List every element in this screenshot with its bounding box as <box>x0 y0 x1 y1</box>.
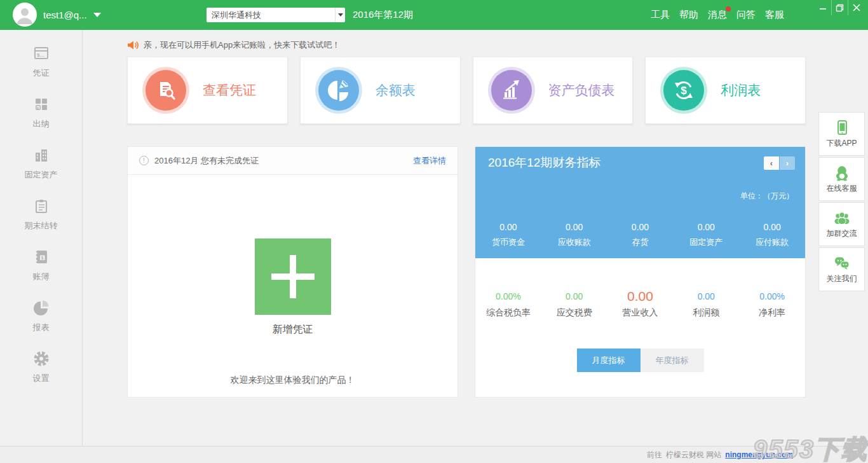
unit-label: 单位：（万元） <box>740 191 794 202</box>
stat-operating-revenue: 0.00 营业收入 <box>607 291 674 319</box>
income-statement-icon: $ <box>663 70 704 111</box>
sidebar-item-voucher[interactable]: $… 凭证 <box>33 45 50 79</box>
sidebar-item-label: 账簿 <box>33 271 50 282</box>
join-group-button[interactable]: 加群交流 <box>818 202 865 246</box>
finance-title: 2016年12期财务指标 <box>488 155 600 171</box>
app-notice: 亲，现在可以用手机App来记账啦，快来下载试试吧！ <box>127 39 806 51</box>
avatar[interactable] <box>13 3 37 27</box>
speaker-icon <box>127 40 139 50</box>
select-arrow-zone[interactable] <box>335 8 345 22</box>
restore-button[interactable] <box>831 0 848 15</box>
menu-help[interactable]: 帮助 <box>679 9 698 21</box>
blue-stats-row: 0.00 货币资金 0.00 应收账款 0.00 存货 0.00 <box>475 222 805 248</box>
restore-icon <box>836 4 844 12</box>
minimize-icon <box>819 4 827 11</box>
sidebar-item-label: 固定资产 <box>25 169 58 181</box>
finance-panel-header: 2016年12期财务指标 ‹ › 单位：（万元） 0.00 货币资金 0.00 <box>475 147 805 258</box>
online-service-button[interactable]: 在线客服 <box>818 157 865 201</box>
view-details-link[interactable]: 查看详情 <box>413 155 446 167</box>
voucher-panel: ! 2016年12月 您有未完成凭证 查看详情 新增凭证 欢迎来到这里体验我们的… <box>127 146 458 397</box>
menu-qa[interactable]: 问答 <box>736 9 756 21</box>
settings-icon <box>33 350 50 367</box>
tab-annual-indicators[interactable]: 年度指标 <box>641 349 704 372</box>
stat-fixed-assets: 0.00 固定资产 <box>673 222 739 248</box>
tool-label: 加群交流 <box>827 228 857 239</box>
welcome-text: 欢迎来到这里体验我们的产品！ <box>128 375 458 386</box>
sidebar-item-reports[interactable]: 报表 <box>33 300 50 333</box>
footer: 前往 柠檬云财税 网站 ningmengyun.com <box>0 446 868 463</box>
user-icon <box>13 3 37 27</box>
sidebar-item-period-closing[interactable]: 期末结转 <box>25 198 58 232</box>
card-income-statement[interactable]: $ 利润表 <box>645 57 806 124</box>
tool-label: 关注我们 <box>827 273 857 284</box>
menu-messages-label: 消息 <box>708 9 727 20</box>
ledger-icon: $ <box>33 249 50 265</box>
white-stats-row: 0.00% 综合税负率 0.00 应交税费 0.00 营业收入 0.00 利润额 <box>475 291 805 319</box>
chevron-down-icon <box>93 13 101 17</box>
account-dropdown[interactable]: test1@q... <box>43 0 101 30</box>
stat-accounts-payable: 0.00 应付账款 <box>739 222 805 248</box>
stat-net-profit-rate: 0.00% 净利率 <box>739 291 805 319</box>
voucher-icon: $… <box>33 45 50 62</box>
sidebar-item-settings[interactable]: 设置 <box>33 350 50 384</box>
tab-monthly-indicators[interactable]: 月度指标 <box>577 349 641 372</box>
sidebar-item-label: 设置 <box>33 373 50 384</box>
tool-label: 在线客服 <box>827 183 857 194</box>
prev-period-button[interactable]: ‹ <box>764 156 779 170</box>
group-icon <box>834 210 850 226</box>
svg-text:$…: $… <box>37 52 44 58</box>
period-label: 2016年第12期 <box>353 0 413 30</box>
cashier-icon: ¥ <box>33 96 50 113</box>
stat-monetary-funds: 0.00 货币资金 <box>475 222 541 248</box>
sidebar-item-fixed-assets[interactable]: 固定资产 <box>25 147 58 181</box>
stat-profit: 0.00 利润额 <box>673 291 739 319</box>
add-voucher-label: 新增凭证 <box>128 323 458 336</box>
menu-messages[interactable]: 消息 <box>708 9 727 21</box>
next-period-button[interactable]: › <box>780 156 795 170</box>
stat-accounts-receivable: 0.00 应收账款 <box>541 222 607 248</box>
card-balance-table[interactable]: 余额表 <box>300 57 461 124</box>
qq-icon <box>834 165 850 181</box>
sidebar-item-label: 出纳 <box>33 118 50 130</box>
wechat-icon <box>834 255 850 272</box>
close-button[interactable] <box>848 0 864 15</box>
stat-inventory: 0.00 存货 <box>607 222 674 248</box>
voucher-panel-header: ! 2016年12月 您有未完成凭证 查看详情 <box>128 147 458 175</box>
notice-text: 亲，现在可以用手机App来记账啦，快来下载试试吧！ <box>144 39 340 51</box>
reports-icon <box>33 300 50 316</box>
card-view-voucher[interactable]: 查看凭证 <box>127 57 288 124</box>
svg-text:$: $ <box>681 85 688 97</box>
balance-table-icon <box>318 70 359 111</box>
follow-us-button[interactable]: 关注我们 <box>818 247 865 291</box>
company-select-value: 深圳华通科技 <box>212 10 261 21</box>
sidebar-item-cashier[interactable]: ¥ 出纳 <box>33 96 50 130</box>
dashboard-panels: ! 2016年12月 您有未完成凭证 查看详情 新增凭证 欢迎来到这里体验我们的… <box>127 146 806 397</box>
footer-site-link[interactable]: ningmengyun.com <box>725 450 793 459</box>
account-name: test1@q... <box>43 10 87 20</box>
sidebar-item-ledger[interactable]: $ 账簿 <box>33 249 50 282</box>
chevron-down-icon <box>338 13 343 17</box>
menu-tools[interactable]: 工具 <box>651 9 670 21</box>
minimize-button[interactable] <box>815 0 831 15</box>
stat-tax-burden-rate: 0.00% 综合税负率 <box>475 291 541 319</box>
view-voucher-icon <box>146 70 186 111</box>
balance-sheet-icon <box>491 70 532 111</box>
download-app-button[interactable]: 下载APP <box>818 112 865 156</box>
sidebar-item-label: 凭证 <box>33 67 50 79</box>
sidebar-item-label: 期末结转 <box>25 220 58 232</box>
period-closing-icon <box>33 198 50 214</box>
company-select[interactable]: 深圳华通科技 <box>207 8 345 22</box>
info-icon: ! <box>139 156 149 165</box>
card-balance-sheet[interactable]: 资产负债表 <box>473 57 634 124</box>
notification-dot <box>726 6 731 11</box>
footer-site-name: 柠檬云财税 网站 <box>666 450 721 460</box>
menu-service[interactable]: 客服 <box>765 9 784 21</box>
tool-label: 下载APP <box>826 138 857 149</box>
shortcut-cards: 查看凭证 余额表 <box>127 57 806 124</box>
period-pager: ‹ › <box>764 156 795 170</box>
sidebar-item-label: 报表 <box>33 322 50 333</box>
stat-taxes-payable: 0.00 应交税费 <box>541 291 607 319</box>
add-voucher-button[interactable] <box>255 238 331 315</box>
main-content: 亲，现在可以用手机App来记账啦，快来下载试试吧！ 查看凭证 <box>83 30 868 446</box>
phone-icon <box>834 120 850 136</box>
